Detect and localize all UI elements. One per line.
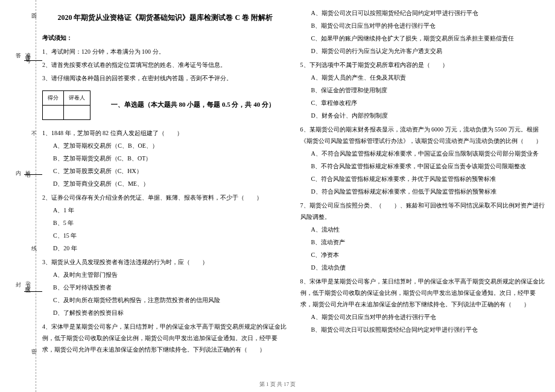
binding-text: 内	[14, 166, 22, 168]
option: B、流动资产	[311, 236, 547, 248]
instruction: 2、请首先按要求在试卷的指定位置填写您的姓名、准考证号等信息。	[42, 59, 288, 71]
binding-text: 密	[30, 344, 38, 346]
instruction: 1、考试时间：120 分钟，本卷满分为 100 分。	[42, 46, 288, 57]
binding-text: 线	[30, 241, 38, 243]
option: C、及时向所在期货经营机构报告，注意防范投资者的信用风险	[53, 294, 288, 306]
option: C、净资本	[311, 249, 547, 261]
binding-text: 准考证号	[24, 48, 42, 61]
part-title: 一、单选题（本大题共 80 小题，每题 0.5 分，共 40 分）	[98, 98, 288, 111]
option: A、期货公司次日应当对甲的持仓进行强行平仓	[311, 311, 547, 323]
option: A、期货公司次日可以按照期货经纪合同约定对甲进行强行平仓	[311, 7, 547, 19]
score-table: 得分 评卷人	[42, 90, 90, 120]
option: C、如果甲的账户因继续持仓扩大了损失，期货交易所应当承担主要赔偿责任	[311, 33, 547, 44]
option: A、期货人员的产生、任免及其职责	[311, 72, 547, 83]
option: B、期货公司次日应当对甲的持仓进行强行平仓	[311, 20, 547, 31]
option: D、期货公司的行为应当认定为允许客户透支交易	[311, 45, 547, 57]
right-column: A、期货公司次日可以按照期货经纪合同约定对甲进行强行平仓B、期货公司次日应当对甲…	[300, 6, 547, 374]
question-stem: 2、证券公司保存有关介绍业务的凭证、单据、账簿、报表等资料，不少于（ ）	[42, 192, 288, 203]
option: D、20 年	[53, 242, 288, 254]
option: D、符合风险监管指标规定标准要求，但低于风险监管指标的预警标准	[311, 186, 547, 197]
question-stem: 5、下列选项中不属于期货交易所章程内容的是（ ）	[300, 59, 547, 71]
left-column: 2020 年期货从业资格证《期货基础知识》题库检测试卷 C 卷 附解析 考试须知…	[42, 6, 288, 374]
grader-cell: 评卷人	[64, 90, 90, 105]
option: C、15 年	[53, 230, 288, 241]
notice-heading: 考试须知：	[42, 32, 288, 43]
question-stem: 4、宋体甲是某期货公司客户，某日结算时，甲的保证金水平高于期货交易所规定的保证金…	[42, 321, 288, 355]
option: A、不符合风险监管指标规定标准要求，中国证监会应当限制该期货公司部分期货业务	[311, 148, 547, 159]
instruction: 3、请仔细阅读各种题目的回答要求，在密封线内答题，否则不予评分。	[42, 72, 288, 84]
binding-text: 答	[14, 48, 22, 50]
option: D、财务会计、内部控制制度	[311, 110, 547, 121]
option: A、芝加哥期权交易所（C、B、OE、）	[53, 140, 288, 151]
option: B、公平对待该投资者	[53, 282, 288, 293]
option: B、期货公司次日可以按照期货经纪合同约定对甲进行强行平仓	[311, 324, 547, 335]
page-footer: 第 1 页 共 17 页	[0, 381, 555, 388]
option: D、流动负债	[311, 262, 547, 273]
binding-text: 不	[30, 127, 38, 128]
blank-cell	[64, 105, 90, 119]
option: C、芝加哥股票交易所（C、HX）	[53, 165, 288, 177]
score-cell: 得分	[43, 90, 64, 105]
binding-text: 省（市区）	[24, 277, 42, 292]
question-stem: 1、1848 年，芝加哥的 82 位商人发起组建了（ ）	[42, 127, 288, 139]
exam-title: 2020 年期货从业资格证《期货基础知识》题库检测试卷 C 卷 附解析	[42, 11, 288, 25]
question-stem: 8、宋体甲是某期货公司客户，某日结算时，甲的保证金水平高于期货交易所规定的保证金…	[300, 276, 547, 310]
option: B、5 年	[53, 217, 288, 229]
binding-text: 圆	[30, 9, 38, 11]
option: D、芝加哥商业交易所（C、ME、）	[53, 178, 288, 189]
blank-cell	[43, 105, 64, 119]
option: B、不符合风险监管指标规定标准要求，中国证监会应当责令该期货公司限期整改	[311, 160, 547, 172]
page-content: 2020 年期货从业资格证《期货基础知识》题库检测试卷 C 卷 附解析 考试须知…	[42, 6, 546, 374]
option: B、芝加哥期货交易所（C、B、OT）	[53, 153, 288, 164]
binding-text: 姓名	[24, 166, 42, 175]
binding-text: 封	[14, 277, 22, 279]
question-stem: 7、期货公司应当按照分类、（ ）、账龄和可回收性等不同情况采取不同比例对资产进行…	[300, 200, 547, 223]
option: B、保证金的管理和使用制度	[311, 84, 547, 96]
question-stem: 3、期货从业人员发现投资者有违法违规的行为时，应（ ）	[42, 256, 288, 268]
binding-margin: 圆 答 准考证号 不 内 姓名 线 封 省（市区） 密	[0, 0, 36, 392]
option: C、符合风险监管指标规定标准要求，并优于风险监管指标的预警标准	[311, 173, 547, 185]
question-stem: 6、某期货公司的期末财务报表显示，流动资产为 6000 万元，流动负债为 550…	[300, 124, 547, 147]
option: A、流动性	[311, 224, 547, 235]
option: A、及时向主管部门报告	[53, 269, 288, 280]
option: A、1 年	[53, 204, 288, 216]
option: D、了解投资者的投资目标	[53, 307, 288, 318]
option: C、章程修改程序	[311, 97, 547, 109]
